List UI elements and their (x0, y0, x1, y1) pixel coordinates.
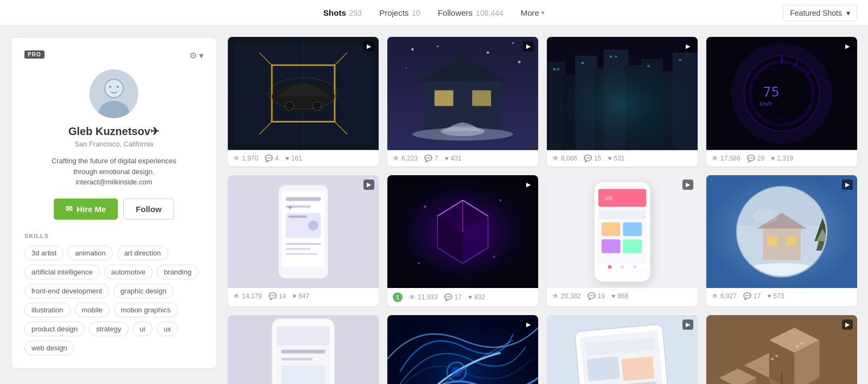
svg-text:✈: ✈ (288, 204, 293, 210)
shot-card[interactable]: ✈ ▶ 👁 14,179 💬 14 ♥ 647 (228, 175, 379, 307)
shot-thumbnail: UX ▶ (547, 175, 698, 289)
shot-card[interactable]: ▶ 👁 6,223 💬 7 ♥ 431 (387, 37, 538, 167)
nav-followers[interactable]: Followers 108,444 (438, 8, 503, 17)
gear-button[interactable]: ⚙ ▾ (189, 50, 203, 61)
nav-shots[interactable]: Shots 293 (323, 8, 362, 17)
shot-likes: ♥ 161 (285, 155, 302, 162)
video-badge: ▶ (363, 41, 374, 52)
shot-card[interactable]: ▶ 👁 1,970 💬 4 ♥ 161 (228, 37, 379, 167)
featured-dropdown[interactable]: Featured Shots ▾ (783, 5, 857, 21)
svg-rect-121 (281, 366, 325, 384)
svg-point-18 (312, 101, 321, 110)
skill-tag[interactable]: front-end development (24, 284, 109, 298)
video-icon: ▶ (526, 43, 531, 50)
nav-projects-count: 10 (412, 9, 420, 17)
skill-tag[interactable]: illustration (24, 303, 71, 317)
skill-tag[interactable]: branding (157, 265, 199, 279)
shot-comments: 💬 17 (743, 292, 761, 300)
svg-point-29 (437, 46, 438, 47)
gear-icon: ⚙ (189, 50, 197, 61)
svg-rect-24 (435, 90, 454, 106)
shot-card[interactable]: UX ▶ 👁 20,382 💬 19 ♥ 868 (547, 175, 698, 307)
skill-tag[interactable]: 3d artist (24, 246, 63, 260)
svg-rect-93 (602, 222, 621, 235)
skill-tag[interactable]: artificial intelligence (24, 265, 100, 279)
comment-icon: 💬 (424, 155, 432, 162)
svg-point-69 (308, 220, 318, 231)
nav-followers-label: Followers (438, 8, 473, 17)
svg-rect-125 (387, 315, 538, 384)
heart-icon: ♥ (608, 155, 611, 162)
skill-tag[interactable]: strategy (89, 322, 128, 336)
svg-point-32 (406, 68, 407, 69)
svg-point-17 (285, 101, 293, 110)
heart-icon: ♥ (285, 155, 289, 162)
shot-likes: ♥ 647 (292, 292, 309, 300)
shot-views: 👁 14,179 (233, 292, 262, 300)
avatar-image (90, 69, 138, 118)
shot-comments: 💬 4 (265, 155, 279, 162)
shot-stats: 👁 8,066 💬 15 ♥ 531 (547, 150, 698, 167)
svg-point-85 (493, 255, 496, 258)
shot-views: 👁 6,223 (393, 155, 418, 162)
shot-views: 👁 11,933 (409, 293, 438, 301)
eye-icon: 👁 (393, 155, 399, 162)
comment-icon: 💬 (584, 155, 592, 162)
shot-thumbnail: ▶ (228, 37, 379, 150)
rebound-badge: 1 (393, 292, 403, 302)
video-icon: ▶ (686, 181, 690, 188)
svg-point-4 (109, 86, 111, 88)
skill-tag[interactable]: graphic design (113, 284, 174, 298)
svg-point-5 (117, 86, 119, 88)
shot-likes: ♥ 832 (468, 293, 485, 301)
shot-thumbnail: ▶ (706, 175, 857, 289)
avatar (90, 69, 138, 118)
svg-point-31 (512, 42, 514, 44)
hire-me-button[interactable]: ✉ Hire Me (54, 199, 118, 220)
shot-card[interactable]: ▶ (547, 315, 698, 384)
skill-tag[interactable]: automotive (104, 265, 153, 279)
svg-rect-132 (587, 356, 620, 381)
svg-point-100 (633, 265, 637, 268)
video-badge: ▶ (682, 41, 693, 52)
top-nav: Shots 293 Projects 10 Followers 108,444 … (0, 0, 868, 26)
skill-tag[interactable]: animation (68, 246, 112, 260)
mail-icon: ✉ (66, 204, 73, 214)
shot-card[interactable]: ▶ 👁 6,927 💬 17 ♥ 573 (706, 175, 857, 307)
skill-tag[interactable]: motion graphics (114, 303, 178, 317)
skill-tag[interactable]: web design (24, 341, 74, 355)
skill-tag[interactable]: ui (133, 322, 152, 336)
comment-icon: 💬 (743, 292, 751, 300)
video-icon: ▶ (845, 181, 850, 188)
shot-card[interactable]: ▶ (387, 315, 538, 384)
skill-tag[interactable]: mobile (75, 303, 110, 317)
nav-right: Featured Shots ▾ (783, 5, 857, 21)
shots-grid: ▶ 👁 1,970 💬 4 ♥ 161 (228, 37, 857, 384)
svg-rect-46 (557, 68, 560, 70)
nav-shots-count: 293 (349, 9, 362, 17)
comment-icon: 💬 (265, 155, 273, 162)
shot-card[interactable] (228, 315, 379, 384)
nav-projects[interactable]: Projects 10 (379, 8, 420, 17)
skill-tag[interactable]: product design (24, 322, 85, 336)
svg-rect-47 (582, 62, 584, 63)
nav-more[interactable]: More ▾ (521, 8, 545, 17)
shot-card[interactable]: ▶ (706, 315, 857, 384)
heart-icon: ♥ (767, 292, 771, 300)
bio-email: interact@milkinside.com (75, 178, 152, 186)
shot-stats: 👁 6,223 💬 7 ♥ 431 (387, 150, 538, 167)
nav-followers-count: 108,444 (476, 9, 503, 17)
skill-tag[interactable]: ux (157, 322, 178, 336)
heart-icon: ♥ (468, 293, 472, 301)
follow-button[interactable]: Follow (123, 199, 174, 220)
eye-icon: 👁 (712, 292, 718, 300)
comment-icon: 💬 (269, 292, 277, 300)
skill-tag[interactable]: art direction (117, 246, 168, 260)
shot-likes: ♥ 431 (445, 155, 462, 162)
video-badge: ▶ (842, 319, 853, 330)
nav-projects-label: Projects (379, 8, 409, 17)
pro-badge: PRO (24, 50, 44, 59)
shot-card[interactable]: 75 km/h ▶ 👁 17,586 💬 29 ♥ 1,319 (706, 37, 857, 167)
shot-card[interactable]: ▶ 👁 8,066 💬 15 ♥ 531 (547, 37, 698, 167)
shot-card[interactable]: ▶1 👁 11,933 💬 17 ♥ 832 (387, 175, 538, 307)
